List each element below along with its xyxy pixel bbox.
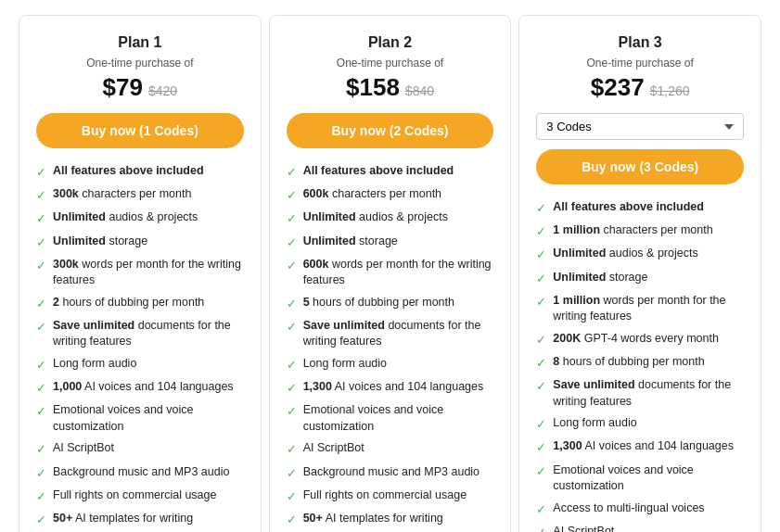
check-icon: ✓: [287, 258, 297, 274]
feature-text: Save unlimited documents for the writing…: [303, 318, 494, 350]
check-icon: ✓: [536, 223, 546, 240]
check-icon: ✓: [36, 441, 46, 458]
plan1-subtitle: One-time purchase of: [36, 57, 244, 70]
feature-text: Long form audio: [53, 356, 136, 373]
list-item: ✓50+ AI templates for writing: [287, 511, 494, 528]
list-item: ✓Background music and MP3 audio: [36, 464, 244, 482]
feature-text: Emotional voices and voice customization: [53, 402, 244, 435]
plan1-title: Plan 1: [36, 34, 244, 51]
list-item: ✓Emotional voices and voice customizatio…: [287, 402, 494, 435]
plan1-feature-list: ✓All features above included✓300k charac…: [36, 163, 244, 532]
feature-text: AI ScriptBot: [53, 440, 114, 457]
list-item: ✓AI ScriptBot: [36, 440, 244, 458]
plan2-subtitle: One-time purchase of: [287, 57, 494, 70]
check-icon: ✓: [287, 512, 297, 528]
list-item: ✓Unlimited audios & projects: [287, 209, 494, 227]
list-item: ✓Unlimited storage: [36, 234, 244, 251]
plan3-codes-dropdown[interactable]: 1 Code2 Codes3 Codes: [536, 113, 744, 140]
list-item: ✓Background music and MP3 audio: [287, 464, 494, 482]
list-item: ✓600k characters per month: [287, 186, 494, 204]
check-icon: ✓: [36, 187, 46, 204]
plan2-title: Plan 2: [287, 34, 494, 51]
feature-text: Emotional voices and voice customization: [303, 402, 494, 435]
check-icon: ✓: [287, 403, 297, 420]
check-icon: ✓: [536, 200, 546, 217]
check-icon: ✓: [36, 357, 46, 374]
plan2-price-row: $158$840: [287, 73, 494, 102]
plan2-buy-button[interactable]: Buy now (2 Codes): [287, 113, 494, 148]
list-item: ✓50+ AI templates for writing: [36, 511, 244, 528]
feature-text: Full rights on commercial usage: [303, 488, 467, 504]
plan2-price: $158: [346, 73, 400, 101]
plans-container: Plan 1One-time purchase of$79$420Buy now…: [15, 15, 765, 532]
check-icon: ✓: [36, 488, 46, 505]
feature-text: 8 hours of dubbing per month: [553, 354, 704, 371]
feature-text: AI ScriptBot: [303, 440, 364, 457]
feature-text: 1,300 AI voices and 104 languages: [553, 438, 734, 455]
list-item: ✓All features above included: [36, 163, 244, 181]
list-item: ✓Save unlimited documents for the writin…: [287, 318, 494, 350]
list-item: ✓1,300 AI voices and 104 languages: [287, 379, 494, 397]
check-icon: ✓: [536, 247, 546, 263]
check-icon: ✓: [36, 319, 46, 336]
check-icon: ✓: [536, 463, 546, 480]
plan3-buy-button[interactable]: Buy now (3 Codes): [536, 149, 744, 184]
feature-text: Long form audio: [303, 356, 387, 373]
check-icon: ✓: [536, 332, 546, 348]
feature-text: 1,300 AI voices and 104 languages: [303, 379, 484, 396]
feature-text: 1 million characters per month: [553, 222, 712, 239]
list-item: ✓All features above included: [287, 163, 494, 181]
check-icon: ✓: [36, 296, 46, 312]
list-item: ✓8 hours of dubbing per month: [536, 354, 744, 372]
check-icon: ✓: [536, 525, 546, 532]
plan3-old-price: $1,260: [650, 83, 690, 98]
list-item: ✓Access to multi-lingual voices: [536, 500, 744, 518]
list-item: ✓1 million characters per month: [536, 222, 744, 240]
plan-card-plan2: Plan 2One-time purchase of$158$840Buy no…: [269, 15, 512, 532]
feature-text: 600k characters per month: [303, 186, 441, 203]
list-item: ✓Unlimited audios & projects: [36, 209, 244, 227]
plan2-feature-list: ✓All features above included✓600k charac…: [287, 163, 494, 532]
check-icon: ✓: [287, 296, 297, 312]
feature-text: 300k characters per month: [53, 186, 191, 203]
list-item: ✓Unlimited storage: [287, 234, 494, 251]
feature-text: Save unlimited documents for the writing…: [553, 377, 744, 410]
check-icon: ✓: [536, 378, 546, 395]
list-item: ✓300k characters per month: [36, 186, 244, 204]
check-icon: ✓: [287, 441, 297, 458]
feature-text: Background music and MP3 audio: [53, 464, 229, 481]
check-icon: ✓: [36, 234, 46, 251]
list-item: ✓AI ScriptBot: [536, 524, 744, 532]
list-item: ✓Long form audio: [287, 356, 494, 374]
check-icon: ✓: [536, 501, 546, 518]
plan1-old-price: $420: [148, 83, 177, 98]
feature-text: Save unlimited documents for the writing…: [53, 318, 244, 350]
list-item: ✓AI ScriptBot: [287, 440, 494, 458]
feature-text: 200K GPT-4 words every month: [553, 331, 719, 348]
list-item: ✓2 hours of dubbing per month: [36, 295, 244, 312]
list-item: ✓Emotional voices and voice customizatio…: [536, 462, 744, 495]
check-icon: ✓: [36, 164, 46, 181]
check-icon: ✓: [36, 512, 46, 528]
feature-text: Emotional voices and voice customization: [553, 462, 744, 495]
plan3-title: Plan 3: [536, 34, 744, 51]
list-item: ✓Full rights on commercial usage: [36, 488, 244, 505]
check-icon: ✓: [287, 488, 297, 505]
plan1-price-row: $79$420: [36, 73, 244, 102]
check-icon: ✓: [36, 403, 46, 420]
feature-text: Background music and MP3 audio: [303, 464, 480, 481]
check-icon: ✓: [36, 380, 46, 397]
check-icon: ✓: [287, 164, 297, 181]
plan1-price: $79: [103, 73, 143, 101]
feature-text: 2 hours of dubbing per month: [53, 295, 204, 311]
plan3-price: $237: [591, 73, 645, 101]
feature-text: All features above included: [303, 163, 454, 180]
plan1-buy-button[interactable]: Buy now (1 Codes): [36, 113, 244, 148]
list-item: ✓Long form audio: [36, 356, 244, 374]
feature-text: AI ScriptBot: [553, 524, 614, 532]
feature-text: 1,000 AI voices and 104 languages: [53, 379, 234, 396]
list-item: ✓Long form audio: [536, 415, 744, 433]
check-icon: ✓: [536, 294, 546, 310]
plan3-feature-list: ✓All features above included✓1 million c…: [536, 199, 744, 532]
check-icon: ✓: [536, 439, 546, 456]
